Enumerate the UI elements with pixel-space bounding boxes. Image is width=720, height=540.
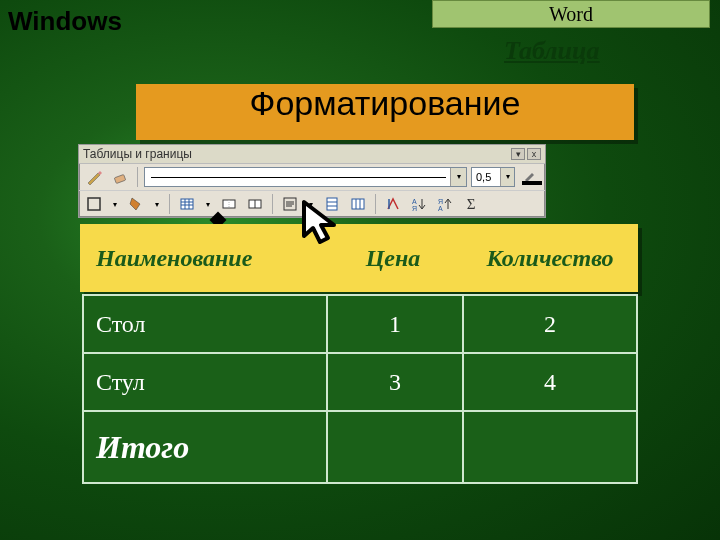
split-cells-icon[interactable] xyxy=(244,193,266,215)
svg-text:А: А xyxy=(438,205,443,212)
cell-name[interactable]: Стул xyxy=(83,353,327,411)
col-header-qty: Количество xyxy=(462,224,638,292)
align-icon[interactable] xyxy=(279,193,301,215)
svg-rect-1 xyxy=(88,198,100,210)
cell-qty[interactable]: 2 xyxy=(463,295,637,353)
align-dropdown-icon[interactable]: ▾ xyxy=(305,193,317,215)
svg-rect-15 xyxy=(327,198,337,210)
cell-total-label[interactable]: Итого xyxy=(83,411,327,483)
app-title-left: Windows xyxy=(8,6,122,37)
sort-desc-icon[interactable]: ЯА xyxy=(434,193,456,215)
toolbar-options-icon[interactable]: ▾ xyxy=(511,148,525,160)
svg-rect-2 xyxy=(181,199,193,209)
svg-rect-18 xyxy=(352,199,364,209)
col-header-price: Цена xyxy=(324,224,462,292)
col-header-name: Наименование xyxy=(80,224,324,292)
cell-name[interactable]: Стол xyxy=(83,295,327,353)
banner-formatting: Форматирование xyxy=(136,84,634,140)
page-subtitle: Таблица xyxy=(504,36,600,66)
line-weight-dropdown[interactable]: 0,5▾ xyxy=(471,167,515,187)
toolbar-title: Таблицы и границы xyxy=(83,147,509,161)
insert-table-dropdown-icon[interactable]: ▾ xyxy=(202,193,214,215)
toolbar-titlebar[interactable]: Таблицы и границы ▾ x xyxy=(79,145,545,164)
shading-color-icon[interactable] xyxy=(125,193,147,215)
distribute-cols-icon[interactable] xyxy=(347,193,369,215)
draw-table-icon[interactable] xyxy=(83,166,105,188)
svg-text:Я: Я xyxy=(438,198,443,205)
app-title-tab: Word xyxy=(432,0,710,28)
sort-asc-icon[interactable]: АЯ xyxy=(408,193,430,215)
table-header-row: Наименование Цена Количество xyxy=(80,224,638,292)
table-autoformat-icon[interactable] xyxy=(382,193,404,215)
line-style-dropdown[interactable]: ▾ xyxy=(144,167,467,187)
shading-dropdown-icon[interactable]: ▾ xyxy=(151,193,163,215)
table-row-total: Итого xyxy=(83,411,637,483)
autosum-icon[interactable]: Σ xyxy=(460,193,482,215)
data-table: Стол 1 2 Стул 3 4 Итого xyxy=(82,294,638,484)
cell-total-qty[interactable] xyxy=(463,411,637,483)
svg-rect-0 xyxy=(114,174,125,183)
cell-price[interactable]: 3 xyxy=(327,353,463,411)
table-row: Стул 3 4 xyxy=(83,353,637,411)
tables-borders-toolbar: Таблицы и границы ▾ x ▾ 0,5▾ ▾ ▾ ▾ ▾ xyxy=(78,144,546,218)
eraser-icon[interactable] xyxy=(109,166,131,188)
svg-text:Я: Я xyxy=(412,205,417,212)
border-dropdown-icon[interactable]: ▾ xyxy=(109,193,121,215)
insert-table-icon[interactable] xyxy=(176,193,198,215)
table-row: Стол 1 2 xyxy=(83,295,637,353)
distribute-rows-icon[interactable] xyxy=(321,193,343,215)
toolbar-close-icon[interactable]: x xyxy=(527,148,541,160)
cell-qty[interactable]: 4 xyxy=(463,353,637,411)
cell-price[interactable]: 1 xyxy=(327,295,463,353)
svg-text:А: А xyxy=(412,198,417,205)
merge-cells-icon[interactable] xyxy=(218,193,240,215)
outside-border-icon[interactable] xyxy=(83,193,105,215)
border-color-icon[interactable] xyxy=(519,166,541,188)
cell-total-price[interactable] xyxy=(327,411,463,483)
